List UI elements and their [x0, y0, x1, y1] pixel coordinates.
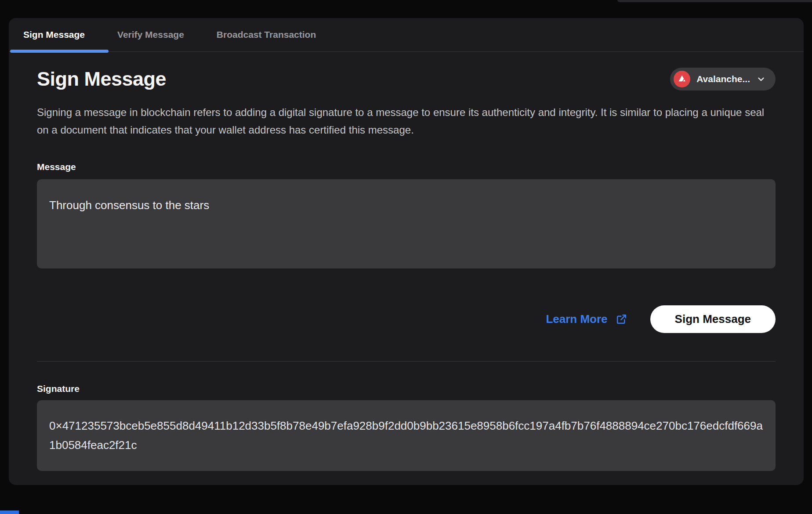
chevron-down-icon — [756, 74, 766, 84]
signature-label: Signature — [37, 384, 776, 394]
message-input[interactable]: Through consensus to the stars — [37, 179, 776, 268]
active-tab-indicator — [10, 50, 109, 53]
avalanche-logo-icon — [674, 71, 690, 87]
tab-verify-message[interactable]: Verify Message — [117, 29, 184, 40]
sign-message-button[interactable]: Sign Message — [650, 305, 776, 333]
network-selector[interactable]: Avalanche... — [670, 68, 776, 90]
tab-sign-message[interactable]: Sign Message — [23, 29, 85, 40]
page-title: Sign Message — [37, 68, 166, 90]
tab-bar: Sign Message Verify Message Broadcast Tr… — [9, 18, 804, 52]
external-link-icon — [616, 313, 627, 325]
message-label: Message — [37, 162, 776, 172]
card-content: Sign Message Avalanche... Signing a mess… — [9, 68, 804, 471]
bottom-left-status-accent — [0, 510, 19, 514]
sign-message-card: Sign Message Verify Message Broadcast Tr… — [9, 18, 804, 485]
learn-more-link[interactable]: Learn More — [546, 312, 627, 326]
header-row: Sign Message Avalanche... — [37, 68, 776, 90]
actions-row: Learn More Sign Message — [37, 305, 776, 333]
tab-broadcast-transaction[interactable]: Broadcast Transaction — [217, 29, 316, 40]
learn-more-label: Learn More — [546, 312, 607, 326]
page-description: Signing a message in blockchain refers t… — [37, 104, 776, 139]
network-selector-label: Avalanche... — [696, 74, 750, 84]
signature-output[interactable]: 0×471235573bceb5e855d8d49411b12d33b5f8b7… — [37, 400, 776, 471]
top-right-toolbar-edge — [617, 0, 812, 2]
section-divider — [37, 361, 776, 362]
